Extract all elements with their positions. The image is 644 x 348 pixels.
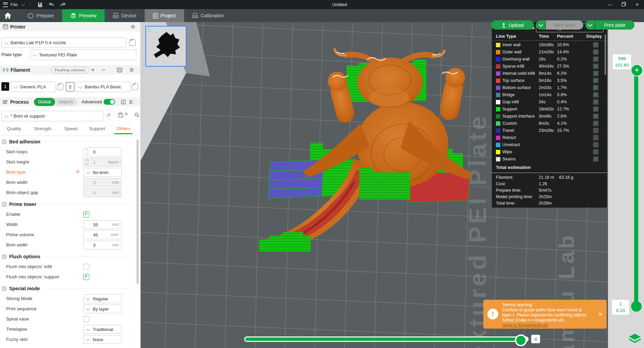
print-plate-button[interactable]: Print plate (595, 20, 634, 30)
tab-calibration[interactable]: Calibration (184, 9, 232, 22)
layer-slider-track[interactable] (634, 72, 638, 307)
minimize-button[interactable]: — (603, 2, 617, 7)
flushing-volumes-button[interactable]: Flushing volumes (51, 67, 89, 73)
display-checkbox[interactable] (593, 71, 598, 76)
filament-slot-1[interactable]: 1 (1, 82, 9, 91)
line-color-swatch (496, 50, 500, 54)
advanced-toggle[interactable] (104, 99, 115, 105)
param-input[interactable]: 45mm³ (83, 230, 122, 239)
slice-dropdown-button[interactable] (536, 20, 545, 30)
undo-icon[interactable] (46, 0, 57, 9)
filament-1-edit-icon[interactable] (57, 84, 64, 90)
param-select[interactable]: No-brim (83, 168, 122, 177)
param-checkbox[interactable] (83, 211, 89, 218)
file-menu[interactable]: File (11, 2, 18, 7)
upload-button[interactable]: Upload (491, 20, 534, 30)
print-dropdown-button[interactable] (585, 20, 595, 30)
tab-others[interactable]: Others (114, 124, 132, 134)
panel-scrollbar[interactable] (605, 34, 606, 75)
param-checkbox[interactable] (83, 264, 89, 270)
file-menu-chevron-icon[interactable] (21, 2, 25, 6)
tab-support[interactable]: Support (87, 124, 107, 134)
save-icon[interactable] (34, 0, 46, 9)
display-checkbox[interactable] (593, 114, 598, 119)
display-checkbox[interactable] (593, 78, 598, 83)
moves-slider-handle[interactable] (515, 334, 527, 346)
tab-home[interactable] (0, 9, 16, 22)
param-stepper[interactable]: 0 (83, 147, 122, 156)
close-warning-icon[interactable]: ✕ (598, 311, 603, 317)
display-checkbox[interactable] (593, 128, 598, 133)
param-checkbox[interactable] (83, 316, 89, 322)
maximize-button[interactable] (617, 2, 630, 7)
param-select[interactable]: None (83, 335, 122, 344)
reset-param-icon[interactable]: ↺ (75, 169, 79, 174)
clear-preset-icon[interactable]: ✕ (124, 111, 128, 117)
reset-preset-icon[interactable]: ↺ (106, 112, 111, 118)
display-checkbox[interactable] (593, 92, 598, 98)
printer-edit-icon[interactable] (129, 39, 136, 46)
display-checkbox[interactable] (593, 49, 598, 55)
display-checkbox[interactable] (593, 56, 598, 62)
search-icon[interactable] (135, 112, 140, 118)
tab-strength[interactable]: Strength (32, 124, 53, 134)
tab-device[interactable]: Device (105, 9, 144, 22)
save-preset-icon[interactable] (118, 112, 123, 118)
param-input[interactable]: 3mm (83, 241, 122, 249)
display-checkbox[interactable] (593, 106, 598, 112)
filament-2-select[interactable]: Bambu PLA Basic (75, 82, 130, 92)
filament-2-edit-icon[interactable] (132, 84, 138, 90)
slice-plate-button[interactable]: Slice plate (546, 20, 583, 30)
layer-slider-handle[interactable] (631, 301, 642, 312)
printer-settings-gear-icon[interactable]: ⚙ (131, 24, 135, 30)
compare-preset-icon[interactable] (129, 100, 134, 104)
redo-icon[interactable] (57, 0, 69, 9)
menu-icon[interactable] (3, 2, 8, 7)
display-checkbox[interactable] (593, 156, 598, 162)
total-estimation-title: Total estimation (496, 165, 531, 170)
display-checkbox[interactable] (593, 99, 598, 105)
warning-jump-link[interactable]: Jump to [DragoniteSit.stl] (502, 323, 594, 328)
plate-thumbnail[interactable]: 1 (145, 26, 186, 67)
layers-icon[interactable] (629, 334, 641, 345)
filament-1-select[interactable]: Generic PLA (11, 82, 56, 92)
param-select[interactable]: By layer (83, 304, 122, 313)
param-input[interactable]: 35mm (83, 220, 122, 229)
sidebar-scrollbar[interactable] (137, 139, 139, 284)
param-select[interactable]: Regular (83, 294, 122, 303)
filament-slot-2[interactable]: 2 (66, 82, 74, 91)
display-checkbox[interactable] (593, 135, 598, 140)
moves-slider-track[interactable] (244, 336, 529, 342)
remove-filament-button[interactable]: − (102, 66, 106, 74)
param-checkbox[interactable] (83, 274, 89, 280)
process-scope-toggle[interactable]: Global Objects (34, 98, 77, 106)
plate-type-select[interactable]: Textured PEI Plate (30, 50, 136, 60)
param-stepper[interactable]: 1layers (83, 158, 122, 167)
param-select[interactable]: Traditional (83, 325, 122, 334)
tab-preview[interactable]: Preview (62, 9, 105, 22)
display-checkbox[interactable] (593, 85, 598, 90)
group-icon (2, 255, 6, 259)
add-layer-range-button[interactable]: + (631, 64, 643, 76)
tab-prepare[interactable]: Prepare (20, 9, 62, 22)
add-filament-button[interactable]: + (91, 66, 95, 74)
process-preset-select[interactable]: * Brim et support (1, 111, 103, 121)
ams-icon[interactable] (117, 68, 122, 72)
display-checkbox[interactable] (593, 42, 598, 48)
tab-quality[interactable]: Quality (5, 124, 23, 134)
printer-preset-select[interactable]: Bambu Lab P1P 0.4 nozzle (1, 37, 126, 48)
view-all-settings-icon[interactable] (121, 100, 126, 104)
display-checkbox[interactable] (593, 121, 598, 126)
stepper-arrows-icon[interactable] (86, 149, 89, 155)
filament-settings-gear-icon[interactable]: ⚙ (129, 67, 134, 73)
tab-project[interactable]: Project (145, 9, 184, 22)
stepper-arrows-icon[interactable] (86, 159, 89, 165)
display-checkbox[interactable] (593, 64, 598, 69)
display-checkbox[interactable] (593, 142, 598, 147)
param-input[interactable]: 0mm (83, 188, 122, 197)
line-type-row: Top surface5m16s3.5% (492, 77, 607, 84)
param-input[interactable]: 3mm (83, 178, 122, 187)
display-checkbox[interactable] (593, 149, 598, 155)
close-button[interactable]: ✕ (630, 2, 644, 7)
tab-speed[interactable]: Speed (62, 124, 79, 134)
